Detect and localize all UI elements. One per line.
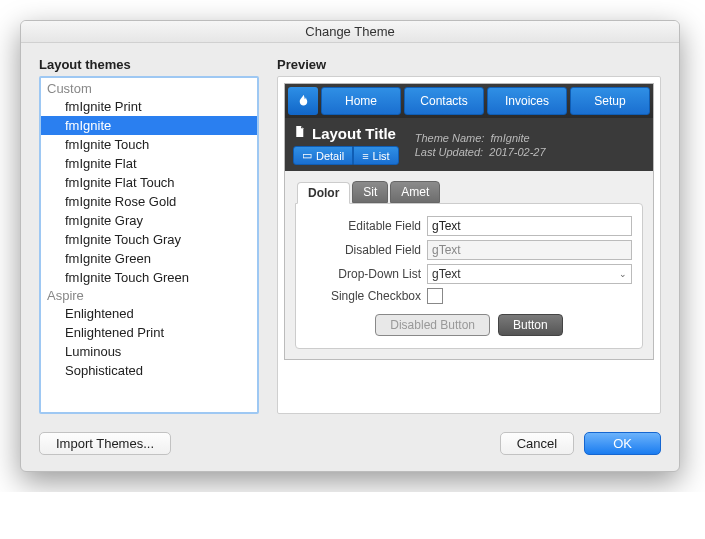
disabled-button: Disabled Button: [375, 314, 490, 336]
tab-amet[interactable]: Amet: [390, 181, 440, 203]
sample-button[interactable]: Button: [498, 314, 563, 336]
import-themes-button[interactable]: Import Themes...: [39, 432, 171, 455]
theme-metadata: Theme Name: fmIgnite Last Updated: 2017-…: [415, 131, 546, 159]
tab-dolor[interactable]: Dolor: [297, 182, 350, 204]
tab-sit[interactable]: Sit: [352, 181, 388, 203]
flame-icon: [288, 87, 318, 115]
preview-panel: Home Contacts Invoices Setup Layout Titl…: [277, 76, 661, 414]
disabled-field-label: Disabled Field: [306, 243, 421, 257]
detail-icon: ▭: [302, 149, 312, 162]
preview-heading: Preview: [277, 57, 661, 72]
chevron-down-icon: ⌄: [619, 269, 627, 279]
theme-item[interactable]: Enlightened: [41, 304, 257, 323]
theme-item[interactable]: fmIgnite Touch Gray: [41, 230, 257, 249]
dropdown-value: gText: [432, 267, 461, 281]
preview-navbar: Home Contacts Invoices Setup: [285, 84, 653, 118]
nav-home[interactable]: Home: [321, 87, 401, 115]
theme-item[interactable]: fmIgnite Flat Touch: [41, 173, 257, 192]
document-icon: [293, 124, 306, 142]
window-title: Change Theme: [21, 21, 679, 43]
ok-button[interactable]: OK: [584, 432, 661, 455]
theme-group-label: Aspire: [41, 287, 257, 304]
nav-contacts[interactable]: Contacts: [404, 87, 484, 115]
disabled-field: [427, 240, 632, 260]
theme-item[interactable]: fmIgnite Touch: [41, 135, 257, 154]
theme-item[interactable]: fmIgnite Print: [41, 97, 257, 116]
dropdown-label: Drop-Down List: [306, 267, 421, 281]
theme-item[interactable]: fmIgnite Rose Gold: [41, 192, 257, 211]
cancel-button[interactable]: Cancel: [500, 432, 574, 455]
theme-item[interactable]: fmIgnite: [41, 116, 257, 135]
nav-invoices[interactable]: Invoices: [487, 87, 567, 115]
layout-title: Layout Title: [293, 124, 399, 142]
layout-themes-heading: Layout themes: [39, 57, 259, 72]
editable-field[interactable]: [427, 216, 632, 236]
view-tab-detail-label: Detail: [316, 150, 344, 162]
dropdown-field[interactable]: gText ⌄: [427, 264, 632, 284]
change-theme-dialog: Change Theme Layout themes Custom fmIgni…: [20, 20, 680, 472]
layout-title-text: Layout Title: [312, 125, 396, 142]
editable-field-label: Editable Field: [306, 219, 421, 233]
theme-item[interactable]: Enlightened Print: [41, 323, 257, 342]
view-tab-list[interactable]: ≡ List: [353, 146, 399, 165]
theme-list[interactable]: Custom fmIgnite Print fmIgnite fmIgnite …: [39, 76, 259, 414]
theme-item[interactable]: Sophisticated: [41, 361, 257, 380]
theme-item[interactable]: Luminous: [41, 342, 257, 361]
theme-group-label: Custom: [41, 80, 257, 97]
view-tab-list-label: List: [373, 150, 390, 162]
nav-setup[interactable]: Setup: [570, 87, 650, 115]
theme-item[interactable]: fmIgnite Gray: [41, 211, 257, 230]
theme-item[interactable]: fmIgnite Green: [41, 249, 257, 268]
view-tab-detail[interactable]: ▭ Detail: [293, 146, 353, 165]
list-icon: ≡: [362, 150, 368, 162]
checkbox-label: Single Checkbox: [306, 289, 421, 303]
theme-item[interactable]: fmIgnite Touch Green: [41, 268, 257, 287]
theme-item[interactable]: fmIgnite Flat: [41, 154, 257, 173]
single-checkbox[interactable]: [427, 288, 443, 304]
